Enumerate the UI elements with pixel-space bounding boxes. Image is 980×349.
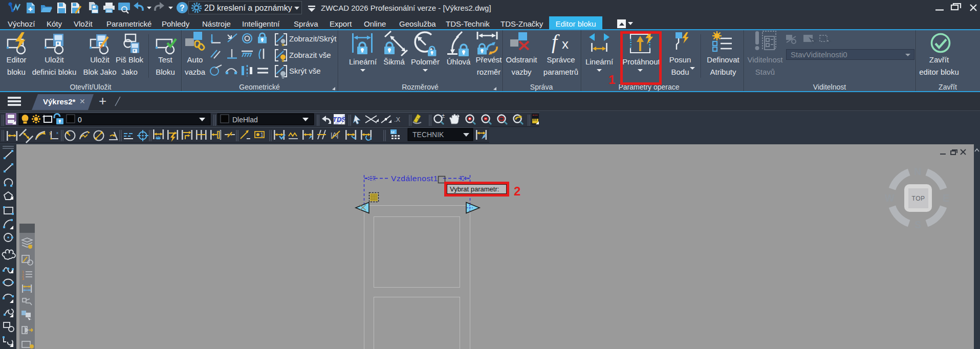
svg-text:.X: .X [394,116,401,123]
svg-text:DleHlad: DleHlad [232,116,258,124]
svg-text:1: 1 [22,270,24,274]
svg-text:|A|: |A| [331,131,338,139]
svg-text:Vzdálenost1: Vzdálenost1 [391,174,438,183]
svg-text:1: 1 [260,132,264,138]
svg-text:TECHNIK: TECHNIK [412,130,444,139]
svg-text:3: 3 [22,277,24,280]
svg-text:x: x [562,36,569,52]
svg-text:?: ? [180,4,185,12]
svg-text:±: ± [442,113,445,119]
svg-text:y: y [49,130,51,135]
svg-text:M: M [391,130,395,135]
svg-text:0: 0 [78,116,82,124]
svg-text:x: x [56,130,58,135]
svg-text:f: f [552,30,560,53]
